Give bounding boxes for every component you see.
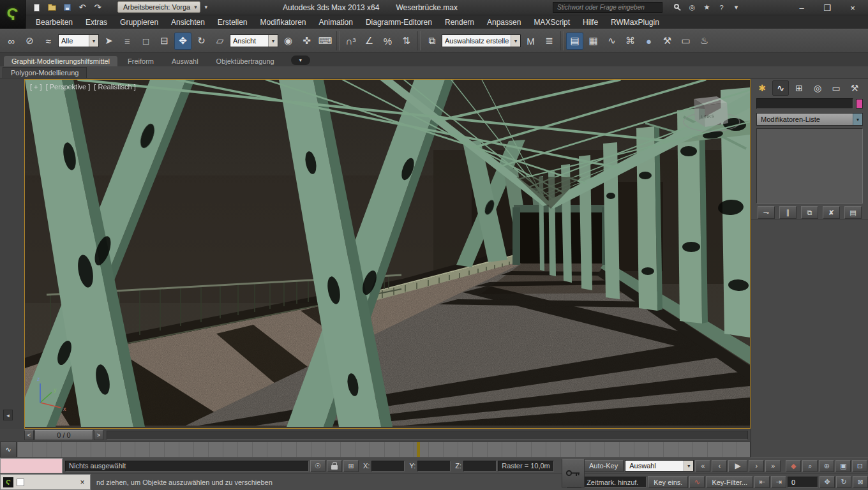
time-slider-back-button[interactable]: < — [24, 430, 34, 440]
time-tag-field[interactable]: Zeitmark. hinzuf. — [583, 477, 647, 487]
menu-rwmaxplugin[interactable]: RWMaxPlugin — [604, 15, 666, 29]
grid-size-display[interactable]: Raster = 10,0m — [498, 461, 554, 471]
angle-snap-toggle[interactable]: ∠ — [361, 33, 378, 50]
keyboard-shortcut-override-toggle[interactable]: ⌨ — [317, 33, 334, 50]
auto-key-toggle[interactable]: Auto-Key — [583, 460, 624, 472]
unlink-selection-button[interactable]: ⊘ — [21, 33, 38, 50]
next-key-button[interactable]: ⇥ — [771, 476, 786, 488]
menu-erstellen[interactable]: Erstellen — [211, 15, 254, 29]
save-file-button[interactable] — [60, 1, 74, 13]
x-coordinate-field[interactable] — [371, 461, 405, 471]
minimize-button[interactable]: – — [789, 0, 814, 15]
menu-rendern[interactable]: Rendern — [438, 15, 481, 29]
mini-listener-window[interactable]: Ϛ × — [0, 474, 91, 490]
material-editor-button[interactable]: ● — [640, 33, 657, 50]
menu-bearbeiten[interactable]: Bearbeiten — [29, 15, 79, 29]
modify-tab[interactable]: ∿ — [772, 80, 789, 96]
selection-status-field[interactable]: Nichts ausgewählt — [65, 461, 309, 471]
time-slider-forward-button[interactable]: > — [94, 430, 103, 440]
object-name-field[interactable] — [756, 98, 853, 109]
set-keys-button-large[interactable] — [562, 459, 585, 487]
close-button[interactable]: × — [840, 0, 865, 15]
ribbon-tab-graphit-modellierungshilfsmittel[interactable]: Graphit-Modellierungshilfsmittel — [4, 56, 117, 66]
infocenter-search-button[interactable] — [671, 1, 684, 13]
menu-diagramm-editoren[interactable]: Diagramm-Editoren — [359, 15, 438, 29]
layer-manager-button[interactable]: ▤ — [566, 33, 583, 50]
viewport-general-menu[interactable]: [ + ] — [30, 83, 42, 91]
use-pivot-point-button[interactable]: ◉ — [280, 33, 297, 50]
track-bar-ruler[interactable] — [17, 442, 751, 457]
motion-tab[interactable]: ◎ — [809, 80, 826, 96]
open-mini-curve-editor-button[interactable]: ∿ — [0, 442, 17, 457]
ribbon-tab-freiform[interactable]: Freiform — [120, 56, 161, 66]
object-color-swatch[interactable] — [856, 99, 863, 108]
z-coordinate-field[interactable] — [463, 461, 497, 471]
go-to-end-button[interactable]: » — [765, 460, 781, 472]
new-scene-button[interactable] — [29, 1, 43, 13]
viewport-pov-menu[interactable]: [ Perspektive ] — [46, 83, 91, 91]
make-unique-button[interactable]: ⧉ — [801, 206, 818, 219]
viewport-perspective[interactable]: LINKS x y z [ + ] [ Perspektive ] [ Real… — [24, 79, 751, 429]
selection-region-dropdown[interactable]: □ — [137, 33, 154, 50]
current-frame-field[interactable]: 0 — [788, 477, 818, 487]
favorites-button[interactable]: ★ — [700, 1, 714, 13]
workspace-dropdown[interactable]: Arbeitsbereich: Vorga ▾ — [117, 1, 200, 13]
modifier-list-dropdown[interactable]: Modifikatoren-Liste ▾ — [756, 113, 863, 126]
key-filters-button[interactable]: Key-Filter... — [706, 476, 753, 488]
zoom-button[interactable]: ⌕ — [802, 460, 818, 472]
select-and-scale-button[interactable]: ▱ — [211, 33, 228, 50]
align-button[interactable]: ≣ — [541, 33, 558, 50]
select-and-manipulate-button[interactable]: ✜ — [298, 33, 315, 50]
scene-explorer-button[interactable]: ▦ — [585, 33, 602, 50]
absolute-mode-toggle[interactable]: ⊞ — [343, 460, 359, 472]
remove-modifier-button[interactable]: ✘ — [823, 206, 840, 219]
select-and-rotate-button[interactable]: ↻ — [193, 33, 210, 50]
menu-hilfe[interactable]: Hilfe — [576, 15, 604, 29]
key-selection-dropdown[interactable]: Auswahl▾ — [625, 460, 694, 471]
mirror-button[interactable]: M — [522, 33, 539, 50]
next-frame-button[interactable]: › — [749, 460, 764, 472]
time-slider-track[interactable] — [107, 431, 748, 440]
create-tab[interactable]: ✱ — [754, 80, 770, 96]
spinner-snap-toggle[interactable]: ⇅ — [398, 33, 415, 50]
mini-listener-close-button[interactable]: × — [77, 477, 87, 487]
render-setup-button[interactable]: ⚒ — [659, 33, 676, 50]
modifier-stack-list[interactable] — [756, 128, 863, 204]
application-menu-button[interactable]: Ϛ — [0, 0, 26, 29]
rendered-frame-window-button[interactable]: ▭ — [677, 33, 694, 50]
time-marker[interactable] — [417, 442, 420, 457]
reference-coordinate-dropdown[interactable]: Ansicht▾ — [230, 34, 278, 47]
ribbon-tab-objektuebertragung[interactable]: Objektübertragung — [209, 56, 282, 66]
communication-center-button[interactable]: ◎ — [685, 1, 699, 13]
zoom-extents-button[interactable]: ▣ — [835, 460, 851, 472]
named-selection-sets-dropdown[interactable]: Auswahlsatz erstelle▾ — [442, 34, 521, 47]
select-object-button[interactable]: ➤ — [100, 33, 117, 50]
display-tab[interactable]: ▭ — [828, 80, 844, 96]
default-tangents-button[interactable]: ∿ — [689, 476, 705, 488]
selection-filter-dropdown[interactable]: Alle▾ — [58, 34, 99, 47]
viewport-shading-menu[interactable]: [ Realistisch ] — [94, 83, 135, 91]
ribbon-display-toggle[interactable]: ▾ — [291, 56, 310, 65]
previous-frame-button[interactable]: ‹ — [712, 460, 727, 472]
menu-anpassen[interactable]: Anpassen — [481, 15, 527, 29]
set-key-button[interactable]: Key eins. — [648, 476, 688, 488]
isolate-selection-toggle[interactable]: ☉ — [310, 460, 326, 472]
render-production-button[interactable]: ♨ — [696, 33, 713, 50]
mini-listener-pane[interactable] — [17, 479, 24, 486]
menu-maxscript[interactable]: MAXScript — [527, 15, 576, 29]
undo-button[interactable]: ↶ — [75, 1, 89, 13]
bridge-3d-render[interactable]: LINKS x y z — [25, 80, 750, 428]
panel-expand-button[interactable]: ◂ — [3, 410, 13, 420]
go-to-start-button[interactable]: « — [695, 460, 710, 472]
menu-gruppieren[interactable]: Gruppieren — [114, 15, 165, 29]
window-crossing-toggle[interactable]: ⊟ — [156, 33, 173, 50]
pin-stack-button[interactable]: ⊸ — [758, 206, 775, 219]
help-menu-arrow[interactable]: ▾ — [730, 1, 743, 13]
select-and-move-button[interactable]: ✥ — [174, 33, 191, 50]
redo-button[interactable]: ↷ — [91, 1, 105, 13]
select-by-name-button[interactable]: ≡ — [119, 33, 136, 50]
open-file-button[interactable] — [45, 1, 59, 13]
menu-ansichten[interactable]: Ansichten — [165, 15, 211, 29]
y-coordinate-field[interactable] — [417, 461, 451, 471]
hierarchy-tab[interactable]: ⊞ — [791, 80, 807, 96]
